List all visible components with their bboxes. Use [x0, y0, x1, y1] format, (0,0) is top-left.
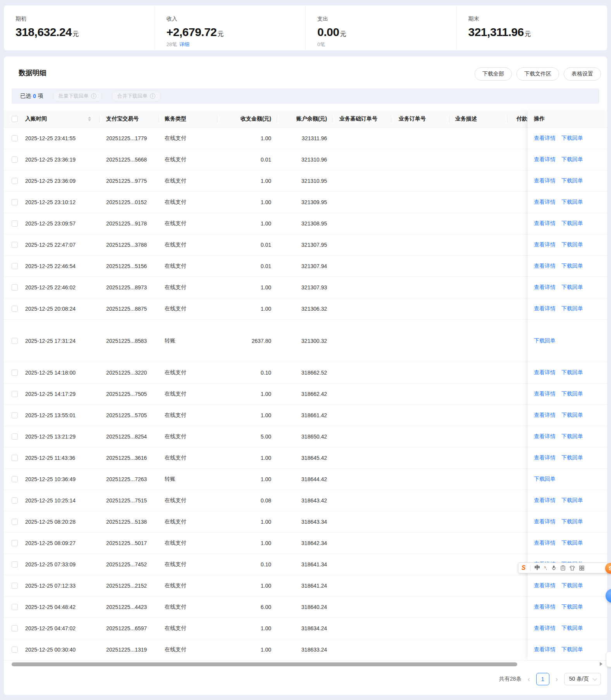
download-receipt-link[interactable]: 下载回单 [534, 476, 556, 483]
cell-time: 2025-12-25 22:46:02 [25, 277, 100, 298]
view-detail-link[interactable]: 查看详情 [534, 454, 556, 461]
download-receipt-link[interactable]: 下载回单 [561, 263, 583, 270]
income-detail-link[interactable]: 详细 [179, 41, 189, 47]
download-receipt-link[interactable]: 下载回单 [561, 604, 583, 611]
row-checkbox[interactable] [12, 583, 18, 589]
view-detail-link[interactable]: 查看详情 [534, 625, 556, 632]
view-detail-link[interactable]: 查看详情 [534, 284, 556, 291]
row-checkbox[interactable] [12, 220, 18, 227]
cell-time: 2025-12-25 23:10:12 [25, 192, 100, 213]
download-receipt-link[interactable]: 下载回单 [561, 433, 583, 440]
view-detail-link[interactable]: 查看详情 [534, 646, 556, 653]
row-checkbox[interactable] [12, 391, 18, 397]
row-checkbox[interactable] [12, 178, 18, 184]
float-widget-button[interactable] [606, 652, 611, 667]
view-detail-link[interactable]: 查看详情 [534, 390, 556, 397]
download-receipt-link[interactable]: 下载回单 [561, 241, 583, 248]
view-detail-link[interactable]: 查看详情 [534, 412, 556, 419]
view-detail-link[interactable]: 查看详情 [534, 135, 556, 142]
download-filezone-button[interactable]: 下载文件区 [516, 67, 559, 81]
tone-icon[interactable]: ˢ, [544, 565, 547, 571]
horizontal-scrollbar[interactable] [12, 662, 603, 667]
row-checkbox[interactable] [12, 157, 18, 163]
download-receipt-link[interactable]: 下载回单 [561, 177, 583, 184]
toolbox-grid-icon[interactable] [579, 566, 584, 571]
download-receipt-link[interactable]: 下载回单 [561, 540, 583, 547]
view-detail-link[interactable]: 查看详情 [534, 241, 556, 248]
view-detail-link[interactable]: 查看详情 [534, 518, 556, 525]
download-receipt-link[interactable]: 下载回单 [561, 284, 583, 291]
row-checkbox[interactable] [12, 497, 18, 504]
view-detail-link[interactable]: 查看详情 [534, 156, 556, 163]
cell-base-order [332, 575, 391, 596]
row-checkbox[interactable] [12, 561, 18, 568]
view-detail-link[interactable]: 查看详情 [534, 433, 556, 440]
download-receipt-link[interactable]: 下载回单 [561, 454, 583, 461]
row-checkbox[interactable] [12, 242, 18, 248]
download-receipt-link[interactable]: 下载回单 [561, 369, 583, 376]
batch-download-button[interactable]: 批量下载回单 i [53, 90, 102, 102]
row-checkbox[interactable] [12, 135, 18, 141]
download-receipt-link[interactable]: 下载回单 [561, 220, 583, 227]
view-detail-link[interactable]: 查看详情 [534, 263, 556, 270]
row-checkbox[interactable] [12, 284, 18, 291]
view-detail-link[interactable]: 查看详情 [534, 497, 556, 504]
download-receipt-link[interactable]: 下载回单 [561, 135, 583, 142]
row-checkbox[interactable] [12, 263, 18, 269]
scrollbar-thumb[interactable] [12, 662, 517, 666]
row-checkbox[interactable] [12, 455, 18, 461]
scroll-right-arrow-icon[interactable] [600, 662, 602, 666]
download-receipt-link[interactable]: 下载回单 [561, 625, 583, 632]
merge-download-button[interactable]: 合并下载回单 i [112, 90, 161, 102]
download-receipt-link[interactable]: 下载回单 [561, 518, 583, 525]
next-page-button[interactable]: › [555, 676, 559, 683]
view-detail-link[interactable]: 查看详情 [534, 305, 556, 312]
download-all-button[interactable]: 下载全部 [475, 67, 512, 81]
row-checkbox[interactable] [12, 604, 18, 610]
download-receipt-link[interactable]: 下载回单 [561, 305, 583, 312]
download-receipt-link[interactable]: 下载回单 [561, 412, 583, 419]
row-checkbox[interactable] [12, 199, 18, 205]
row-checkbox[interactable] [12, 540, 18, 546]
table-row: 2025-12-25 08:20:2820251225...5138在线支付1.… [4, 511, 607, 533]
view-detail-link[interactable]: 查看详情 [534, 220, 556, 227]
download-receipt-link[interactable]: 下载回单 [561, 646, 583, 653]
skin-icon[interactable] [570, 566, 575, 571]
view-detail-link[interactable]: 查看详情 [534, 604, 556, 611]
view-detail-link[interactable]: 查看详情 [534, 582, 556, 589]
view-detail-link[interactable]: 查看详情 [534, 369, 556, 376]
download-receipt-link[interactable]: 下载回单 [561, 582, 583, 589]
ime-language-toggle[interactable]: 中 [535, 564, 540, 571]
row-checkbox[interactable] [12, 338, 18, 344]
row-checkbox[interactable] [12, 412, 18, 418]
clipboard-icon[interactable] [561, 565, 565, 571]
download-receipt-link[interactable]: 下载回单 [561, 497, 583, 504]
row-checkbox[interactable] [12, 306, 18, 312]
col-header-time[interactable]: 入账时间 [25, 110, 100, 127]
row-checkbox[interactable] [12, 433, 18, 440]
col-header-base-order: 业务基础订单号 [332, 110, 391, 127]
row-checkbox[interactable] [12, 625, 18, 631]
row-checkbox[interactable] [12, 647, 18, 653]
current-page-button[interactable]: 1 [536, 673, 549, 685]
view-detail-link[interactable]: 查看详情 [534, 199, 556, 206]
select-all-checkbox[interactable] [12, 116, 18, 122]
download-receipt-link[interactable]: 下载回单 [561, 156, 583, 163]
cell-order [391, 490, 449, 511]
prev-page-button[interactable]: ‹ [527, 676, 531, 683]
cell-base-order [332, 384, 391, 404]
row-checkbox[interactable] [12, 476, 18, 482]
view-detail-link[interactable]: 查看详情 [534, 177, 556, 184]
download-receipt-link[interactable]: 下载回单 [534, 337, 556, 344]
table-settings-button[interactable]: 表格设置 [564, 67, 601, 81]
microphone-icon[interactable] [551, 565, 556, 571]
row-checkbox[interactable] [12, 370, 18, 376]
row-checkbox[interactable] [12, 519, 18, 525]
download-receipt-link[interactable]: 下载回单 [561, 390, 583, 397]
page-size-select[interactable]: 50 条/页 [564, 673, 601, 685]
sort-icon[interactable] [88, 117, 91, 121]
download-receipt-link[interactable]: 下载回单 [561, 199, 583, 206]
ime-toolbar[interactable]: S 中 ˢ, [518, 562, 608, 573]
cell-time: 2025-12-25 14:18:00 [25, 362, 100, 383]
view-detail-link[interactable]: 查看详情 [534, 540, 556, 547]
